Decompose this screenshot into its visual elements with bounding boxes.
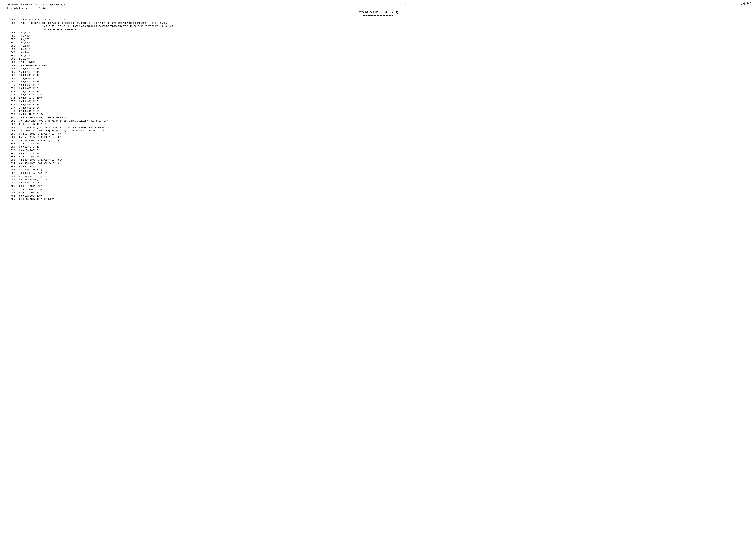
row-num2: 48	[16, 178, 22, 181]
row-content: 2405-1338(Н9=1,082)(=13)' 8*	[22, 162, 749, 165]
row-num1: 388	[7, 142, 16, 146]
row-num2: 39	[16, 149, 22, 152]
row-num1: 377	[7, 107, 16, 110]
row-num2: 4	[16, 35, 22, 38]
table-row: 40049290902-127(=13)' 2*	[7, 181, 749, 185]
row-num1: 370	[7, 84, 16, 87]
table-row: 38938С153-276' 16*	[7, 146, 749, 149]
table-row: 37019Ц8-592-1' 2*	[7, 84, 749, 87]
row-content: С156-240(=13)' 1*	[22, 123, 749, 126]
row-content: Ц8-591-3' 3*	[22, 103, 749, 107]
row-content: Ц8-594-1' 15*	[22, 74, 749, 77]
table-row: 3576Д2-С*	[7, 41, 749, 44]
row-num1: 367	[7, 74, 16, 77]
table-row: 38837С153-281' 2*	[7, 142, 749, 146]
row-content: Д4-А*	[22, 51, 749, 54]
row-content: Д2-Т*	[22, 38, 749, 41]
row-num1: 395	[7, 165, 16, 168]
row-num2: 23	[16, 97, 22, 100]
table-row: 37625Ц8-591-3' 3*	[7, 103, 749, 107]
row-num2: 38	[16, 146, 22, 149]
row-content: 9571872' Н9М1В1Г1' ' ' 1' ' ' ' ' ' *	[22, 18, 749, 22]
table-row: 38029Р МАТЕРИАЛЫ НЕ УЧТЕННЫЕ ЦЕННИКОМ*	[7, 116, 749, 119]
row-content: С151-1075' 290*	[22, 188, 749, 191]
row-num1: 369	[7, 80, 16, 84]
table-row: 40150С151-1091' 15*	[7, 185, 749, 188]
table-row: 39241С153-251' 24*	[7, 155, 749, 159]
table-row: 37423Ц8-402-2' 110*	[7, 97, 749, 100]
row-num1: 386	[7, 136, 16, 139]
row-content: Ц8-402-2' 110*	[22, 97, 749, 100]
table-row: 394432405-1338(Н9=1,082)(=13)' 8*	[7, 162, 749, 165]
table-row: 38433Т1507-1173(Н9=1,082)(=13)' 2' 4,10'…	[7, 129, 749, 133]
row-num2: 24	[16, 100, 22, 103]
row-num1: 355	[7, 35, 16, 38]
row-num1: 394	[7, 162, 16, 165]
row-num1: 356	[7, 38, 16, 41]
row-num2: 43	[16, 162, 22, 165]
row-num2: 26	[16, 107, 22, 110]
row-num1: 374	[7, 97, 16, 100]
row-num1: 396	[7, 168, 16, 172]
row-num1: 391	[7, 152, 16, 155]
row-num1: 381	[7, 119, 16, 123]
row-num2: 20	[16, 87, 22, 90]
row-num2: 7	[16, 44, 22, 48]
table-row: 385341507-1045(Н9=1,082)(=13)' 3*	[7, 133, 749, 136]
row-num2: 51	[16, 188, 22, 191]
row-num2: 5	[16, 38, 22, 41]
row-content: Д2-Б*	[22, 35, 749, 38]
row-content: Ц8-612-2' 1*	[22, 67, 749, 71]
row-content: Т1507-1173(Н9=1,082)(=13)' 2' 4,10' ТО Ж…	[22, 129, 749, 133]
table-row: 40453С152-202' 100*	[7, 194, 749, 198]
row-num1: 397	[7, 172, 16, 175]
row-num2: 6	[16, 41, 22, 44]
row-content: С153-276' 16*	[22, 146, 749, 149]
row-num1: 371	[7, 87, 16, 90]
table-row: 36514Ц8-612-2' 1*	[7, 67, 749, 71]
table-row: 36817Ц8-593-1' 6*	[7, 77, 749, 80]
row-num2: 31	[16, 123, 22, 126]
row-num2: 50	[16, 185, 22, 188]
row-num2: 37	[16, 142, 22, 146]
row-num1: 392	[7, 155, 16, 159]
row-num2: 27	[16, 110, 22, 113]
table-row: 38332Т1507-1171(Н9=1,082)(=13)' 16' 4,10…	[7, 126, 749, 129]
table-row: 37322Ц8-420-1' 302*	[7, 93, 749, 97]
table-row: 39140С153-231' 24*	[7, 152, 749, 155]
table-row: 3532Ь' ' ВОДОЗАБОРНЫЕ СООРУЖЕНИЯ ПРОИЗВО…	[7, 22, 749, 31]
table-row: 36110Д4-Х*	[7, 54, 749, 57]
row-num2: 15	[16, 71, 22, 74]
row-content: Д1-З*	[22, 57, 749, 61]
row-num2: 40	[16, 152, 22, 155]
row-content: 2405-1370(Н9=1,082)(=13)' 55*	[22, 159, 749, 162]
table-row: 3598ДЗ-Д*	[7, 48, 749, 51]
row-num2: 1	[16, 18, 22, 22]
row-num1: 399	[7, 178, 16, 181]
table-row: 39039С153-265' 5*	[7, 149, 749, 152]
row-content: С153-265' 5*	[22, 149, 749, 152]
row-num2: 33	[16, 129, 22, 133]
row-num2: 36	[16, 139, 22, 142]
row-content: 290902-127(=13)' 2*	[22, 181, 749, 185]
table-row: 37726Ц8-591-2' 8*	[7, 107, 749, 110]
table-row: 39746290902-57(=13)' 3*	[7, 172, 749, 175]
row-content: Р МАТЕРИАЛЫ НЕ УЧТЕННЫЕ ЦЕННИКОМ*	[22, 116, 749, 119]
row-content: С153-231' 24*	[22, 152, 749, 155]
row-num2: 53	[16, 194, 22, 198]
row-num1: 364	[7, 64, 16, 67]
row-content: Д4-Х*	[22, 54, 749, 57]
row-content: С153-281' 2*	[22, 142, 749, 146]
row-content: Д4-Х*	[22, 31, 749, 35]
row-content: С152-199' 10*	[22, 191, 749, 194]
row-num2: 19	[16, 84, 22, 87]
row-num2: 45	[16, 168, 22, 172]
row-num1: 390	[7, 149, 16, 152]
row-num1: 373	[7, 93, 16, 97]
header-center-top: 198	[402, 3, 406, 6]
row-num1: 365	[7, 67, 16, 71]
row-num2: 16	[16, 74, 22, 77]
row-num2: 30	[16, 119, 22, 123]
row-content: 290902-54(=13)' 9*	[22, 168, 749, 172]
row-num1: 382	[7, 123, 16, 126]
